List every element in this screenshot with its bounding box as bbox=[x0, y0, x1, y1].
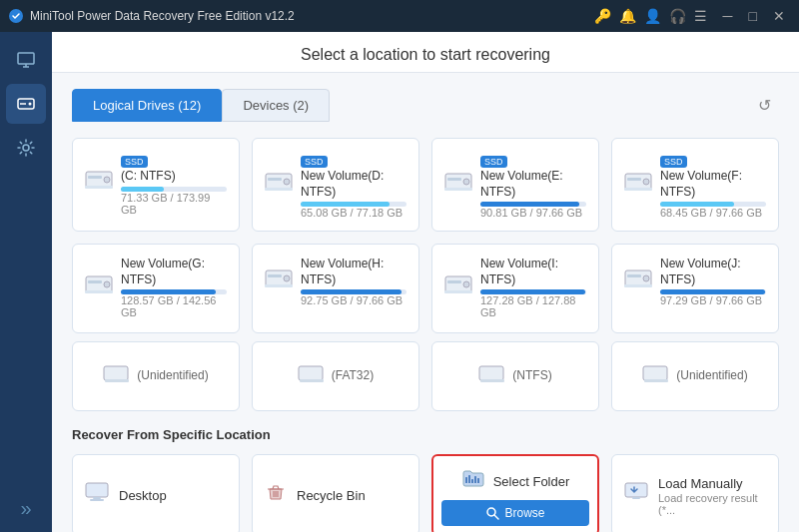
sidebar-item-drive[interactable] bbox=[6, 84, 46, 124]
desktop-label: Desktop bbox=[119, 488, 167, 503]
specific-card-desktop[interactable]: Desktop bbox=[72, 454, 240, 532]
drive-hdd-icon bbox=[85, 169, 113, 197]
drive-card-6[interactable]: New Volume(I: NTFS) 127.28 GB / 127.88 G… bbox=[431, 244, 599, 333]
tab-logical-drives[interactable]: Logical Drives (12) bbox=[72, 89, 222, 122]
svg-point-5 bbox=[23, 145, 29, 151]
tab-devices[interactable]: Devices (2) bbox=[222, 89, 330, 122]
drive-card-top: New Volume(J: NTFS) 97.29 GB / 97.66 GB bbox=[624, 257, 766, 306]
svg-rect-48 bbox=[90, 499, 104, 501]
svg-rect-54 bbox=[471, 479, 473, 483]
drive-info: New Volume(I: NTFS) 127.28 GB / 127.88 G… bbox=[480, 257, 586, 318]
svg-rect-33 bbox=[444, 290, 472, 293]
menu-icon[interactable]: ☰ bbox=[694, 8, 707, 24]
drive-icon bbox=[16, 94, 36, 114]
content-area: Logical Drives (12) Devices (2) ↺ bbox=[52, 73, 799, 532]
load-sublabel: Load recovery result (*... bbox=[658, 492, 766, 516]
empty-drive-name: (FAT32) bbox=[332, 368, 374, 384]
drive-card-top: SSD New Volume(D: NTFS) 65.08 GB / 77.18… bbox=[265, 151, 406, 219]
sidebar-item-recover[interactable] bbox=[6, 40, 46, 80]
drive-size: 128.57 GB / 142.56 GB bbox=[121, 294, 227, 318]
drive-card-top: New Volume(I: NTFS) 127.28 GB / 127.88 G… bbox=[444, 257, 586, 318]
title-bar-icons: 🔑 🔔 👤 🎧 ☰ bbox=[594, 8, 707, 24]
svg-point-8 bbox=[104, 177, 110, 183]
settings-icon bbox=[16, 138, 36, 158]
svg-line-58 bbox=[494, 515, 498, 519]
svg-rect-25 bbox=[85, 290, 113, 293]
empty-drive-name: (NTFS) bbox=[512, 368, 551, 384]
svg-rect-53 bbox=[468, 475, 470, 483]
drive-card-0[interactable]: SSD (C: NTFS) 71.33 GB / 173.99 GB bbox=[72, 138, 240, 232]
app-body: » Select a location to start recovering … bbox=[0, 32, 799, 532]
specific-card-folder[interactable]: Select Folder Browse bbox=[431, 454, 599, 532]
recover-icon bbox=[16, 50, 36, 70]
person-icon[interactable]: 👤 bbox=[644, 8, 661, 24]
svg-rect-38 bbox=[104, 366, 128, 380]
headphone-icon[interactable]: 🎧 bbox=[669, 8, 686, 24]
svg-point-24 bbox=[104, 281, 110, 287]
drive-size: 92.75 GB / 97.66 GB bbox=[301, 294, 406, 306]
svg-rect-55 bbox=[474, 476, 476, 483]
specific-card-load[interactable]: Load Manually Load recovery result (*... bbox=[611, 454, 779, 532]
drive-card-4[interactable]: New Volume(G: NTFS) 128.57 GB / 142.56 G… bbox=[72, 244, 240, 333]
svg-rect-47 bbox=[93, 497, 101, 499]
svg-rect-1 bbox=[18, 53, 34, 64]
drive-card-top: SSD New Volume(F: NTFS) 68.45 GB / 97.66… bbox=[624, 151, 766, 219]
refresh-button[interactable]: ↺ bbox=[750, 92, 779, 119]
drive-badge: SSD bbox=[660, 156, 687, 168]
bell-icon[interactable]: 🔔 bbox=[619, 8, 636, 24]
svg-point-16 bbox=[463, 179, 469, 185]
browse-button[interactable]: Browse bbox=[441, 500, 589, 526]
svg-rect-9 bbox=[85, 186, 113, 189]
empty-drives-grid: (Unidentified) (FAT32) (NTFS) bbox=[72, 341, 779, 411]
main-area: Select a location to start recovering Lo… bbox=[52, 32, 799, 532]
drive-size: 127.28 GB / 127.88 GB bbox=[480, 294, 586, 318]
drive-info: SSD (C: NTFS) 71.33 GB / 173.99 GB bbox=[121, 151, 227, 216]
svg-rect-27 bbox=[268, 274, 282, 277]
drive-card-5[interactable]: New Volume(H: NTFS) 92.75 GB / 97.66 GB bbox=[252, 244, 419, 333]
empty-drive-card-1[interactable]: (FAT32) bbox=[252, 341, 419, 411]
drive-hdd-icon bbox=[444, 171, 472, 199]
drive-hdd-icon bbox=[624, 171, 652, 199]
drive-card-1[interactable]: SSD New Volume(D: NTFS) 65.08 GB / 77.18… bbox=[252, 138, 419, 232]
app-icon bbox=[8, 8, 24, 24]
drive-info: SSD New Volume(F: NTFS) 68.45 GB / 97.66… bbox=[660, 151, 766, 219]
drive-card-2[interactable]: SSD New Volume(E: NTFS) 90.81 GB / 97.66… bbox=[431, 138, 599, 232]
drive-card-3[interactable]: SSD New Volume(F: NTFS) 68.45 GB / 97.66… bbox=[611, 138, 779, 232]
drive-badge: SSD bbox=[121, 156, 148, 168]
svg-rect-42 bbox=[479, 366, 503, 380]
sidebar: » bbox=[0, 32, 52, 532]
folder-icon bbox=[461, 468, 485, 494]
drive-card-7[interactable]: New Volume(J: NTFS) 97.29 GB / 97.66 GB bbox=[611, 244, 779, 333]
empty-drive-card-3[interactable]: (Unidentified) bbox=[611, 341, 779, 411]
empty-drive-card-0[interactable]: (Unidentified) bbox=[72, 341, 240, 411]
drive-hdd-icon bbox=[265, 171, 293, 199]
drive-info: SSD New Volume(D: NTFS) 65.08 GB / 77.18… bbox=[301, 151, 406, 219]
load-label: Load Manually bbox=[658, 476, 743, 491]
svg-rect-11 bbox=[268, 178, 282, 181]
drive-size: 65.08 GB / 77.18 GB bbox=[301, 207, 406, 219]
drive-info: New Volume(J: NTFS) 97.29 GB / 97.66 GB bbox=[660, 257, 766, 306]
svg-point-3 bbox=[29, 103, 32, 106]
sidebar-item-settings[interactable] bbox=[6, 128, 46, 168]
empty-drive-card-2[interactable]: (NTFS) bbox=[431, 341, 599, 411]
load-icon bbox=[624, 482, 648, 508]
svg-rect-43 bbox=[480, 379, 504, 382]
svg-point-32 bbox=[463, 281, 469, 287]
minimize-button[interactable]: ─ bbox=[717, 6, 739, 26]
close-button[interactable]: ✕ bbox=[767, 6, 791, 26]
sidebar-expand[interactable]: » bbox=[20, 497, 31, 520]
svg-point-28 bbox=[284, 275, 290, 281]
empty-drive-inner: (FAT32) bbox=[298, 364, 374, 388]
maximize-button[interactable]: □ bbox=[743, 6, 763, 26]
specific-card-recycle[interactable]: Recycle Bin bbox=[252, 454, 419, 532]
title-bar: MiniTool Power Data Recovery Free Editio… bbox=[0, 0, 799, 32]
svg-rect-29 bbox=[265, 284, 293, 287]
drive-card-top: New Volume(H: NTFS) 92.75 GB / 97.66 GB bbox=[265, 257, 406, 306]
drive-hdd-icon bbox=[444, 273, 472, 301]
header-title: Select a location to start recovering bbox=[301, 46, 550, 63]
folder-label: Select Folder bbox=[493, 474, 570, 489]
drive-size: 97.29 GB / 97.66 GB bbox=[660, 294, 766, 306]
desktop-icon bbox=[85, 482, 109, 508]
drive-badge: SSD bbox=[480, 156, 507, 168]
key-icon[interactable]: 🔑 bbox=[594, 8, 611, 24]
